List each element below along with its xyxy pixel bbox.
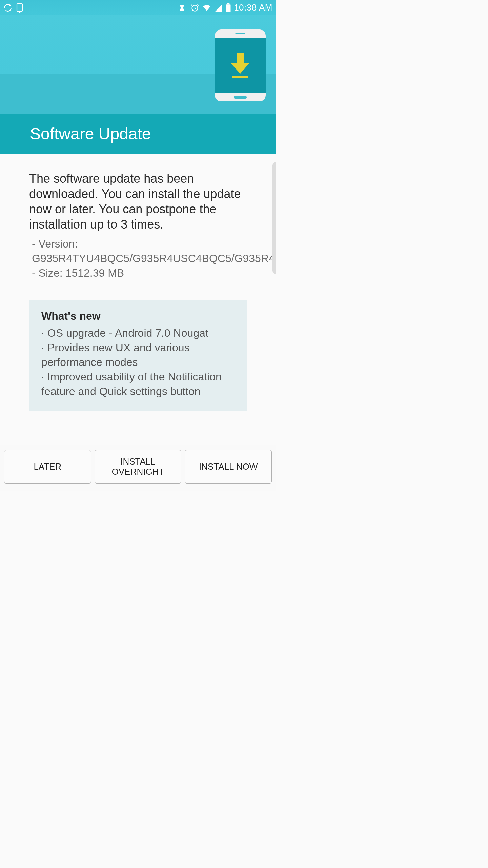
wifi-icon xyxy=(202,4,211,12)
later-button[interactable]: LATER xyxy=(4,450,91,484)
whatsnew-item: · Improved usability of the Notification… xyxy=(41,370,235,399)
whatsnew-title: What's new xyxy=(41,310,235,322)
install-now-button[interactable]: INSTALL NOW xyxy=(185,450,272,484)
phone-illustration xyxy=(215,29,266,101)
svg-rect-4 xyxy=(232,76,248,78)
whatsnew-item: · OS upgrade - Android 7.0 Nougat xyxy=(41,326,235,340)
later-button-label: LATER xyxy=(34,462,61,472)
size-line: - Size: 1512.39 MB xyxy=(29,266,247,280)
svg-rect-2 xyxy=(226,4,231,12)
signal-icon xyxy=(214,4,223,12)
scroll-handle[interactable] xyxy=(272,162,276,274)
status-time: 10:38 AM xyxy=(234,2,272,13)
sync-icon xyxy=(3,3,12,12)
vibrate-icon xyxy=(176,4,188,12)
title-band: Software Update xyxy=(0,114,276,154)
intro-text: The software update has been downloaded.… xyxy=(29,171,247,232)
install-overnight-button-label: INSTALL OVERNIGHT xyxy=(97,457,179,477)
content-fade xyxy=(0,428,276,445)
card-icon xyxy=(16,3,24,13)
status-bar: 10:38 AM xyxy=(0,0,276,15)
whatsnew-box: What's new · OS upgrade - Android 7.0 No… xyxy=(29,300,247,411)
version-line: - Version: G935R4TYU4BQC5/G935R4USC4BQC5… xyxy=(29,237,247,266)
whatsnew-item: · Provides new UX and various performanc… xyxy=(41,340,235,370)
status-left-icons xyxy=(3,3,24,13)
svg-rect-3 xyxy=(227,3,230,4)
svg-rect-0 xyxy=(17,4,22,11)
install-now-button-label: INSTALL NOW xyxy=(199,462,258,472)
battery-icon xyxy=(226,3,231,12)
install-overnight-button[interactable]: INSTALL OVERNIGHT xyxy=(95,450,182,484)
hero-banner xyxy=(0,15,276,114)
status-right-icons: 10:38 AM xyxy=(176,2,272,13)
page-title: Software Update xyxy=(30,124,246,143)
alarm-icon xyxy=(190,3,199,12)
download-arrow-icon xyxy=(229,52,251,82)
button-row: LATER INSTALL OVERNIGHT INSTALL NOW xyxy=(0,445,276,491)
content-area: The software update has been downloaded.… xyxy=(0,154,276,411)
